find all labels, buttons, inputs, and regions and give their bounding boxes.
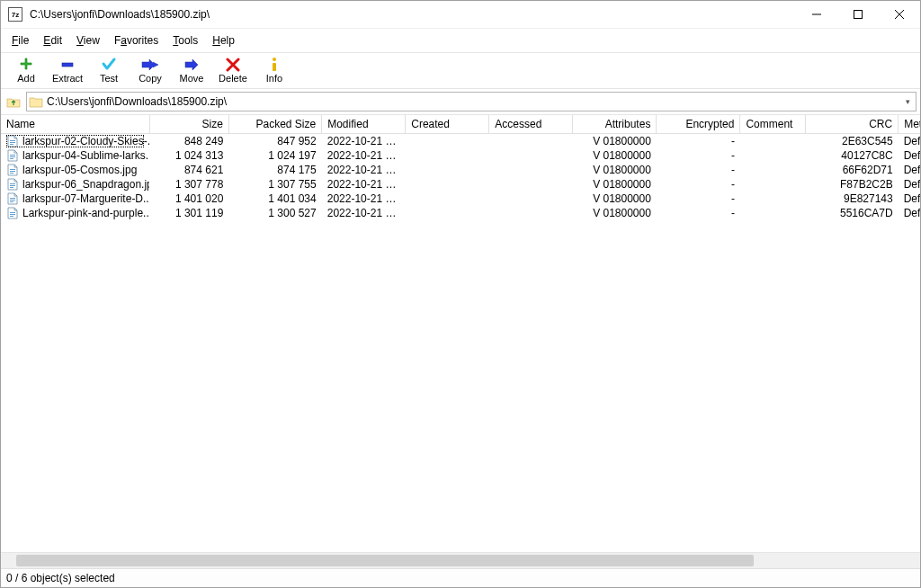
address-box[interactable]: C:\Users\jonfi\Downloads\185900.zip\ ▾ [26, 92, 917, 111]
svg-rect-15 [10, 173, 13, 174]
svg-rect-1 [854, 11, 863, 19]
cell-accessed [489, 206, 573, 220]
address-dropdown-icon[interactable]: ▾ [901, 97, 914, 106]
col-method[interactable]: Method [899, 115, 920, 134]
cell-modified: 2022-10-21 16:49 [322, 206, 406, 220]
toolbar-extract[interactable]: Extract [48, 56, 87, 85]
toolbar-test[interactable]: Test [89, 56, 129, 85]
up-folder-icon [6, 94, 21, 109]
maximize-button[interactable] [837, 1, 879, 28]
col-size[interactable]: Size [149, 115, 228, 134]
svg-point-5 [273, 58, 276, 61]
cell-packed: 1 401 034 [228, 192, 321, 206]
move-arrow-icon [183, 57, 200, 73]
menu-tools[interactable]: Tools [165, 32, 205, 49]
up-button[interactable] [4, 93, 22, 111]
app-icon: 7z [8, 7, 22, 22]
cell-comment [740, 134, 805, 149]
svg-rect-9 [10, 144, 13, 145]
cell-accessed [489, 163, 573, 177]
svg-rect-23 [10, 214, 15, 215]
cell-encrypted: - [657, 163, 740, 177]
cell-modified: 2022-10-21 16:48 [322, 134, 406, 149]
cell-comment [740, 206, 805, 220]
cell-comment [740, 177, 805, 192]
cell-encrypted: - [657, 177, 740, 192]
svg-rect-13 [10, 169, 15, 170]
col-packed[interactable]: Packed Size [228, 115, 321, 134]
table-row[interactable]: larkspur-06_Snapdragon.jpg1 307 7781 307… [1, 177, 920, 192]
cell-method: Deflate [899, 192, 920, 206]
col-encrypted[interactable]: Encrypted [657, 115, 740, 134]
cell-method: Deflate [899, 177, 920, 192]
col-crc[interactable]: CRC [805, 115, 898, 134]
minus-icon [59, 57, 76, 73]
cell-encrypted: - [657, 206, 740, 220]
title-bar: 7z C:\Users\jonfi\Downloads\185900.zip\ [1, 1, 920, 29]
cell-packed: 874 175 [228, 163, 321, 177]
cell-size: 1 024 313 [149, 148, 228, 163]
col-attributes[interactable]: Attributes [573, 115, 657, 134]
menu-file[interactable]: File [4, 32, 36, 49]
table-row[interactable]: Larkspur-pink-and-purple...1 301 1191 30… [1, 206, 920, 220]
toolbar-add-label: Add [17, 73, 35, 84]
cell-accessed [489, 177, 573, 192]
cell-accessed [489, 134, 573, 149]
col-modified[interactable]: Modified [322, 115, 406, 134]
toolbar-add[interactable]: Add [6, 56, 46, 85]
cell-modified: 2022-10-21 16:48 [322, 177, 406, 192]
cell-size: 848 249 [149, 134, 228, 149]
file-name: larkspur-02-Cloudy-Skies-... [22, 135, 149, 147]
col-accessed[interactable]: Accessed [489, 115, 573, 134]
scrollbar-thumb[interactable] [16, 555, 754, 566]
check-icon [101, 57, 117, 73]
file-icon [6, 135, 19, 147]
cell-attributes: V 01800000 [573, 177, 657, 192]
cell-size: 874 621 [149, 163, 228, 177]
cell-comment [740, 163, 805, 177]
file-list-area: Name Size Packed Size Modified Created A… [1, 115, 920, 568]
menu-bar: File Edit View Favorites Tools Help [1, 29, 920, 53]
toolbar-copy[interactable]: Copy [130, 56, 170, 85]
horizontal-scrollbar[interactable] [1, 552, 920, 568]
menu-favorites[interactable]: Favorites [107, 32, 165, 49]
cell-method: Deflate [899, 148, 920, 163]
file-icon [6, 178, 19, 191]
cell-created [406, 134, 489, 149]
file-name: larkspur-07-Marguerite-D... [22, 192, 149, 205]
file-name: larkspur-06_Snapdragon.jpg [22, 178, 149, 191]
menu-help[interactable]: Help [205, 32, 242, 49]
cell-packed: 1 024 197 [228, 148, 321, 163]
col-comment[interactable]: Comment [740, 115, 805, 134]
status-bar: 0 / 6 object(s) selected [1, 568, 920, 587]
cell-attributes: V 01800000 [573, 192, 657, 206]
toolbar-copy-label: Copy [139, 73, 162, 84]
table-row[interactable]: larkspur-07-Marguerite-D...1 401 0201 40… [1, 192, 920, 206]
toolbar-move[interactable]: Move [172, 56, 211, 85]
toolbar: Add Extract Test Copy Move Delete Info [1, 53, 920, 89]
col-created[interactable]: Created [406, 115, 489, 134]
toolbar-delete[interactable]: Delete [213, 56, 253, 85]
cell-packed: 1 300 527 [228, 206, 321, 220]
toolbar-info[interactable]: Info [255, 56, 294, 85]
cell-method: Deflate [899, 163, 920, 177]
cell-created [406, 192, 489, 206]
svg-rect-18 [10, 187, 13, 188]
menu-edit[interactable]: Edit [36, 32, 69, 49]
svg-rect-22 [10, 212, 15, 213]
cell-crc: 2E63C545 [805, 134, 898, 149]
file-name: larkspur-05-Cosmos.jpg [22, 164, 137, 176]
cell-size: 1 301 119 [149, 206, 228, 220]
close-button[interactable] [879, 1, 920, 28]
cell-encrypted: - [657, 134, 740, 149]
cell-modified: 2022-10-21 16:48 [322, 148, 406, 163]
table-row[interactable]: larkspur-02-Cloudy-Skies-...848 249847 9… [1, 134, 920, 149]
table-row[interactable]: larkspur-04-Sublime-larks...1 024 3131 0… [1, 148, 920, 163]
minimize-button[interactable] [796, 1, 837, 28]
cell-packed: 847 952 [228, 134, 321, 149]
svg-rect-16 [10, 183, 15, 184]
col-name[interactable]: Name [1, 115, 149, 134]
menu-view[interactable]: View [69, 32, 107, 49]
file-icon [6, 192, 19, 205]
table-row[interactable]: larkspur-05-Cosmos.jpg874 621874 1752022… [1, 163, 920, 177]
